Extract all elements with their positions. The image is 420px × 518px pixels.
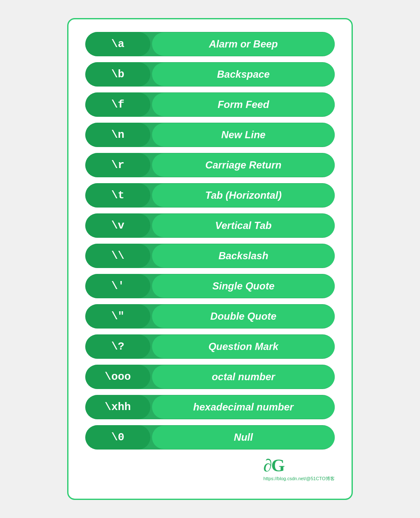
escape-row: \fForm Feed: [85, 92, 335, 117]
escape-row: \xhhhexadecimal number: [85, 395, 335, 419]
escape-description: hexadecimal number: [152, 395, 335, 419]
escape-row: \nNew Line: [85, 123, 335, 147]
escape-row: \bBackspace: [85, 62, 335, 87]
escape-code: \?: [85, 334, 150, 359]
escape-row: \'Single Quote: [85, 274, 335, 298]
escape-code: \t: [85, 183, 150, 208]
escape-row: \ooooctal number: [85, 365, 335, 389]
escape-row: \tTab (Horizontal): [85, 183, 335, 208]
escape-description: Question Mark: [152, 335, 335, 358]
escape-code: \b: [85, 62, 150, 87]
escape-description: Form Feed: [152, 93, 335, 116]
escape-row: \vVertical Tab: [85, 213, 335, 238]
escape-code: \r: [85, 153, 150, 177]
escape-description: New Line: [152, 123, 335, 147]
escape-code: \ooo: [85, 365, 150, 389]
escape-code: \xhh: [85, 395, 150, 419]
escape-sequences-list: \aAlarm or Beep\bBackspace\fForm Feed\nN…: [85, 32, 335, 450]
escape-row: \aAlarm or Beep: [85, 32, 335, 56]
escape-description: Carriage Return: [152, 153, 335, 177]
escape-description: Backspace: [152, 63, 335, 86]
escape-code: \0: [85, 425, 150, 450]
escape-row: \"Double Quote: [85, 304, 335, 329]
escape-description: Null: [152, 426, 335, 449]
escape-code: \': [85, 274, 150, 298]
escape-code: \f: [85, 92, 150, 117]
escape-row: \rCarriage Return: [85, 153, 335, 177]
escape-description: Backslash: [152, 244, 335, 268]
escape-description: Double Quote: [152, 305, 335, 328]
escape-row: \?Question Mark: [85, 334, 335, 359]
escape-code: \": [85, 304, 150, 329]
gfg-logo: ∂G: [263, 455, 335, 476]
escape-description: Tab (Horizontal): [152, 184, 335, 207]
logo-area: ∂G https://blog.csdn.net/@51CTO博客: [85, 455, 335, 482]
escape-description: octal number: [152, 365, 335, 389]
escape-description: Single Quote: [152, 274, 335, 298]
escape-description: Vertical Tab: [152, 214, 335, 237]
escape-row: \0Null: [85, 425, 335, 450]
escape-code: \v: [85, 213, 150, 238]
escape-code: \\: [85, 244, 150, 268]
escape-description: Alarm or Beep: [152, 32, 335, 56]
main-card: \aAlarm or Beep\bBackspace\fForm Feed\nN…: [67, 18, 353, 500]
watermark: https://blog.csdn.net/@51CTO博客: [263, 476, 335, 482]
escape-code: \a: [85, 32, 150, 56]
escape-code: \n: [85, 123, 150, 147]
escape-row: \\Backslash: [85, 244, 335, 268]
